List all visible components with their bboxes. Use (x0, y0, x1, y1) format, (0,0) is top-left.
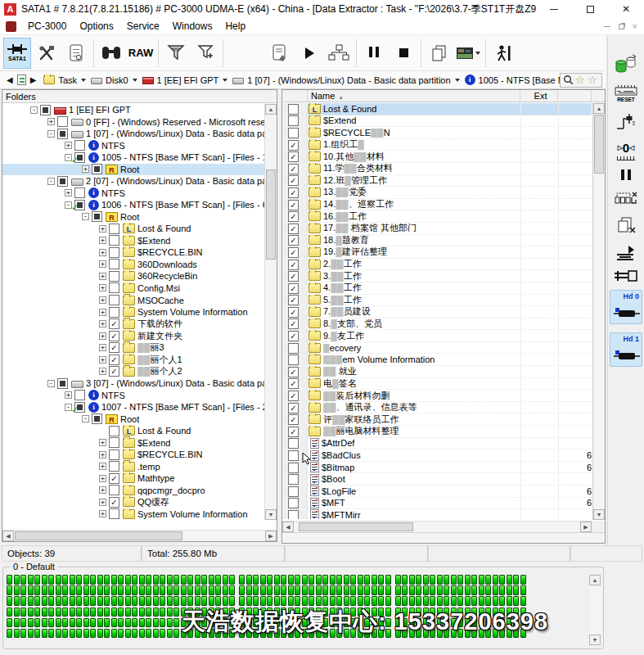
file-row[interactable]: ✓13.▒▒党委 (282, 187, 592, 199)
map-block[interactable] (260, 575, 266, 585)
map-block[interactable] (187, 575, 193, 585)
map-block[interactable] (378, 596, 384, 606)
map-block[interactable] (173, 596, 179, 606)
map-block[interactable] (97, 629, 103, 639)
map-block[interactable] (402, 575, 408, 585)
map-block[interactable] (520, 596, 526, 606)
checkbox[interactable]: ✓ (109, 473, 119, 484)
map-block[interactable] (14, 596, 20, 606)
file-row[interactable]: $MFTMirr (282, 509, 592, 519)
map-block[interactable] (465, 596, 471, 606)
map-block[interactable] (70, 629, 75, 639)
map-block[interactable] (195, 575, 200, 585)
tree-item[interactable]: +$RECYCLE.BIN (2, 246, 265, 259)
map-block[interactable] (70, 585, 75, 595)
file-row-body[interactable]: 14.▒▒、巡察工作 (308, 199, 592, 211)
tree-item[interactable]: +$Extend (2, 235, 265, 247)
map-block[interactable] (409, 575, 415, 585)
menu-item-options[interactable]: Options (73, 20, 119, 32)
map-block[interactable] (7, 618, 12, 628)
file-row[interactable]: $Boot (282, 473, 592, 486)
tree-item[interactable]: +iNTFS (2, 187, 265, 200)
map-block[interactable] (62, 629, 68, 639)
map-block[interactable] (76, 585, 82, 595)
map-block[interactable] (465, 575, 471, 585)
map-block[interactable] (42, 608, 47, 617)
map-block[interactable] (239, 596, 245, 606)
tree-item[interactable]: +.temp (2, 460, 265, 472)
map-block[interactable] (344, 575, 349, 585)
map-block[interactable] (62, 596, 68, 606)
tree-item[interactable]: LLost & Found (2, 425, 265, 437)
map-block[interactable] (125, 608, 131, 617)
map-block[interactable] (118, 575, 124, 585)
map-block[interactable] (295, 596, 300, 606)
hd1-button[interactable]: Hd 1 (610, 332, 642, 367)
map-block[interactable] (20, 585, 26, 595)
checkbox[interactable]: ✓ (288, 403, 299, 413)
tree-item[interactable]: +✓▒▒丽个人1 (2, 354, 265, 366)
save-selected-button[interactable] (266, 38, 294, 69)
map-block[interactable] (167, 575, 173, 585)
map-block[interactable] (104, 608, 110, 617)
map-block[interactable] (83, 596, 89, 606)
checkbox[interactable] (74, 140, 85, 151)
expand-icon[interactable]: + (99, 332, 106, 340)
map-block[interactable] (14, 608, 20, 617)
map-block[interactable] (125, 596, 131, 606)
file-row[interactable]: ✓8.▒支部、党员 (282, 318, 592, 331)
expand-icon[interactable]: + (99, 475, 106, 482)
map-block[interactable] (70, 618, 75, 628)
file-row[interactable]: ▒ecovery (282, 342, 592, 355)
file-row-body[interactable]: ▒▒ 就业 (308, 366, 592, 378)
scroll-up-icon[interactable]: ▲ (593, 103, 605, 114)
map-block[interactable] (181, 596, 187, 606)
map-block[interactable] (395, 585, 401, 595)
map-block[interactable] (160, 618, 165, 628)
map-block[interactable] (513, 585, 519, 595)
file-row-body[interactable]: 2.▒▒工作 (308, 259, 592, 271)
map-block[interactable] (395, 596, 401, 606)
map-block[interactable] (322, 585, 328, 595)
tree-item[interactable]: -3 [07] - (Windows/Linux) Data - Basic d… (2, 377, 265, 390)
file-row[interactable]: $RECYCLE▒▒N (282, 127, 592, 139)
map-block[interactable] (223, 585, 228, 595)
checkbox[interactable] (288, 115, 299, 126)
expand-icon[interactable]: + (99, 344, 106, 351)
map-block[interactable] (28, 585, 34, 595)
map-block[interactable] (430, 575, 435, 585)
tree-vertical-scrollbar[interactable]: ▲ ▼ (264, 104, 277, 520)
file-row-body[interactable]: $BadClus6 (308, 449, 592, 462)
header-extra-column[interactable] (558, 90, 592, 102)
map-block[interactable] (20, 575, 26, 585)
map-block[interactable] (209, 585, 214, 595)
map-block[interactable] (322, 596, 328, 606)
file-row-body[interactable]: LLost & Found (308, 103, 592, 115)
map-block[interactable] (350, 585, 356, 595)
map-block[interactable] (42, 596, 47, 606)
map-block[interactable] (416, 585, 421, 595)
map-block[interactable] (402, 585, 408, 595)
map-block[interactable] (111, 585, 117, 595)
map-block[interactable] (267, 585, 272, 595)
file-row[interactable]: ✓7.▒▒员建设 (282, 306, 592, 318)
checkbox[interactable]: ✓ (288, 164, 299, 174)
map-block[interactable] (125, 618, 131, 628)
scroll-left-icon[interactable]: ◀ (282, 522, 294, 532)
map-block[interactable] (62, 585, 68, 595)
file-row-body[interactable]: $Extend (308, 115, 592, 128)
map-block[interactable] (167, 608, 173, 617)
recalibrate-button[interactable] (615, 191, 637, 207)
file-row-body[interactable]: 10.其他▒▒材料 (308, 151, 592, 163)
checkbox[interactable] (109, 426, 119, 436)
checkbox[interactable]: ✓ (288, 200, 299, 210)
tree-item[interactable]: +RRoot (2, 164, 265, 176)
file-row-body[interactable]: 评▒▒家联络员工作 (308, 413, 592, 426)
maximize-button[interactable] (572, 0, 608, 18)
map-block[interactable] (14, 575, 20, 585)
map-block[interactable] (344, 596, 349, 606)
map-block[interactable] (20, 618, 26, 628)
map-block[interactable] (90, 575, 96, 585)
map-block[interactable] (451, 596, 457, 606)
close-button[interactable]: ✕ (608, 0, 644, 18)
